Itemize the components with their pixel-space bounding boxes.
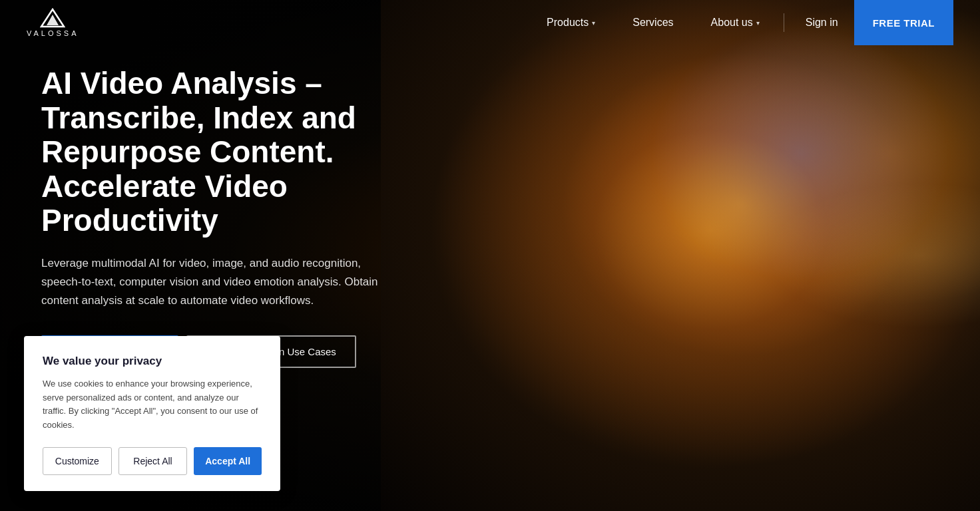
hero-content: AI Video Analysis – Transcribe, Index an… — [41, 67, 467, 368]
products-chevron-icon: ▾ — [592, 19, 595, 27]
hero-title: AI Video Analysis – Transcribe, Index an… — [41, 67, 467, 238]
nav-products[interactable]: Products ▾ — [528, 17, 614, 29]
logo[interactable]: VALOSSA — [27, 8, 79, 37]
sign-in-link[interactable]: Sign in — [790, 17, 854, 29]
navbar: VALOSSA Products ▾ Services About us ▾ S… — [0, 0, 980, 45]
hero-subtitle: Leverage multimodal AI for video, image,… — [41, 254, 394, 310]
accept-all-button[interactable]: Accept All — [194, 447, 262, 475]
cookie-buttons: Customize Reject All Accept All — [43, 447, 262, 475]
cookie-body: We use cookies to enhance your browsing … — [43, 377, 262, 432]
hero-scene-image — [381, 0, 980, 511]
customize-button[interactable]: Customize — [43, 447, 112, 475]
reject-all-button[interactable]: Reject All — [119, 447, 188, 475]
nav-links: Products ▾ Services About us ▾ Sign in — [528, 13, 854, 32]
logo-icon — [40, 8, 65, 28]
free-trial-button[interactable]: FREE TRIAL — [854, 0, 953, 45]
cookie-title: We value your privacy — [43, 355, 262, 368]
nav-services[interactable]: Services — [614, 17, 692, 29]
nav-about[interactable]: About us ▾ — [692, 17, 778, 29]
logo-text: VALOSSA — [27, 29, 79, 37]
cookie-consent-modal: We value your privacy We use cookies to … — [24, 336, 280, 491]
about-chevron-icon: ▾ — [756, 19, 760, 27]
nav-divider — [784, 13, 784, 32]
